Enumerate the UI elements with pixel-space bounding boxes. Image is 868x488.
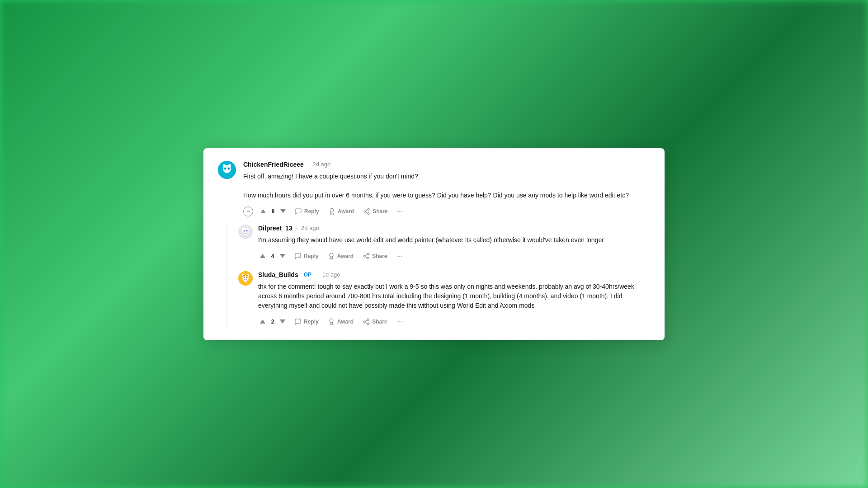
sluda-more-button[interactable]: ··· [393, 316, 406, 328]
dilpreet-vote-count: 4 [270, 253, 275, 259]
dilpreet-upvote-button[interactable] [258, 252, 267, 260]
reply-sluda-actions: 2 Reply [258, 316, 650, 328]
award-icon [328, 253, 335, 260]
reply-dilpreet: Dilpreet_13 · 2d ago I'm assuming they w… [238, 225, 650, 262]
top-comment-actions: − 8 [243, 206, 650, 217]
more-dots-icon: ··· [396, 318, 402, 326]
svg-line-44 [365, 322, 368, 324]
share-icon [363, 253, 370, 260]
dilpreet-downvote-button[interactable] [278, 252, 287, 260]
svg-point-6 [228, 164, 231, 168]
svg-line-14 [366, 210, 368, 211]
svg-point-34 [244, 277, 245, 278]
svg-point-8 [228, 168, 229, 169]
thread-line [226, 225, 227, 328]
dilpreet-share-button[interactable]: Share [359, 251, 391, 262]
avatar-sluda [238, 271, 253, 286]
reply-sluda-text: thx for the comment! tough to say exactl… [258, 282, 650, 310]
svg-line-13 [366, 212, 368, 213]
dilpreet-reply-button[interactable]: Reply [291, 251, 322, 262]
top-vote-count: 8 [270, 208, 276, 215]
top-timestamp: 2d ago [312, 161, 330, 168]
dilpreet-vote-section: 4 [258, 252, 287, 260]
collapse-button[interactable]: − [243, 206, 253, 216]
reply-sluda-header: Sluda_Builds OP · 1d ago [258, 271, 650, 278]
award-icon [328, 318, 335, 325]
reply-icon [294, 318, 302, 325]
reply-sluda-username[interactable]: Sluda_Builds [258, 271, 298, 278]
replies-list: Dilpreet_13 · 2d ago I'm assuming they w… [238, 225, 650, 328]
reply-dilpreet-body: Dilpreet_13 · 2d ago I'm assuming they w… [258, 225, 650, 262]
upvote-icon [260, 319, 265, 324]
award-icon [328, 208, 335, 215]
svg-point-35 [246, 277, 247, 278]
share-icon [363, 318, 370, 325]
sluda-vote-count: 2 [270, 319, 275, 325]
svg-point-19 [244, 230, 245, 231]
sluda-downvote-button[interactable] [278, 318, 287, 325]
more-dots-icon: ··· [397, 207, 403, 216]
replies-container: Dilpreet_13 · 2d ago I'm assuming they w… [218, 225, 650, 328]
top-reply-button[interactable]: Reply [291, 206, 323, 217]
reply-dilpreet-username[interactable]: Dilpreet_13 [258, 225, 292, 232]
dilpreet-more-button[interactable]: ··· [393, 250, 406, 262]
top-comment-body: ChickenFriedRiceee · 2d ago First off, a… [243, 161, 650, 217]
downvote-icon [280, 209, 286, 213]
svg-point-40 [330, 319, 333, 322]
svg-line-45 [365, 320, 368, 321]
top-upvote-button[interactable] [259, 207, 268, 215]
avatar-chicken [218, 161, 236, 179]
svg-point-22 [247, 227, 249, 230]
top-downvote-button[interactable] [278, 207, 288, 215]
reply-dilpreet-text: I'm assuming they would have use world e… [258, 235, 650, 245]
top-comment-header: ChickenFriedRiceee · 2d ago [243, 161, 650, 168]
svg-point-24 [330, 253, 333, 257]
dilpreet-award-button[interactable]: Award [324, 251, 357, 262]
top-comment: ChickenFriedRiceee · 2d ago First off, a… [218, 161, 650, 217]
reply-dilpreet-actions: 4 Reply [258, 250, 650, 262]
sluda-share-button[interactable]: Share [359, 316, 391, 327]
svg-point-7 [225, 168, 226, 169]
svg-line-29 [365, 254, 368, 256]
sluda-upvote-button[interactable] [258, 318, 267, 325]
svg-point-5 [223, 164, 226, 168]
top-comment-text: First off, amazing! I have a couple ques… [243, 172, 650, 200]
reply-sluda-timestamp: 1d ago [322, 271, 340, 278]
top-username[interactable]: ChickenFriedRiceee [243, 161, 304, 168]
svg-point-4 [225, 170, 229, 173]
upvote-icon [260, 254, 265, 258]
svg-line-28 [365, 257, 368, 258]
reply-sluda-body: Sluda_Builds OP · 1d ago thx for the com… [258, 271, 650, 328]
upvote-icon [260, 209, 266, 213]
op-badge: OP [302, 271, 313, 278]
sluda-reply-button[interactable]: Reply [291, 316, 322, 327]
more-dots-icon: ··· [396, 252, 402, 260]
sluda-vote-section: 2 [258, 318, 287, 325]
avatar-dilpreet [238, 225, 253, 239]
downvote-icon [280, 319, 285, 324]
share-icon [363, 208, 370, 215]
reply-icon [295, 208, 302, 215]
svg-point-9 [330, 208, 334, 212]
downvote-icon [280, 254, 285, 258]
top-share-button[interactable]: Share [359, 206, 391, 217]
comment-panel: ChickenFriedRiceee · 2d ago First off, a… [203, 148, 665, 340]
svg-point-20 [246, 230, 247, 231]
top-vote-section: 8 [259, 207, 288, 215]
reply-icon [294, 253, 302, 260]
top-award-button[interactable]: Award [325, 206, 358, 217]
reply-sluda: Sluda_Builds OP · 1d ago thx for the com… [238, 271, 650, 328]
svg-point-21 [242, 227, 245, 230]
sluda-award-button[interactable]: Award [324, 316, 357, 327]
reply-dilpreet-timestamp: 2d ago [301, 225, 319, 231]
reply-dilpreet-header: Dilpreet_13 · 2d ago [258, 225, 650, 232]
comment-thread: ChickenFriedRiceee · 2d ago First off, a… [203, 148, 665, 340]
top-more-button[interactable]: ··· [393, 206, 406, 217]
